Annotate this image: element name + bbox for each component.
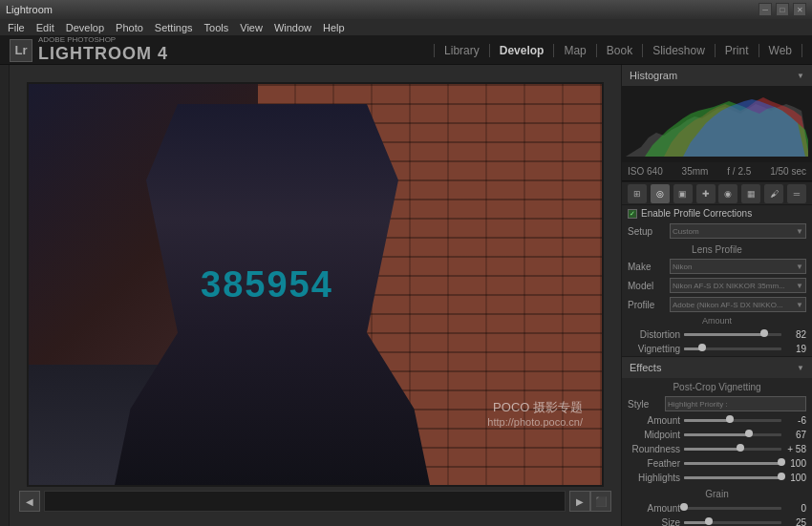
grain-size-value: 25	[785, 517, 806, 526]
module-nav: Library Develop Map Book Slideshow Print…	[434, 44, 802, 57]
highlights-fill	[684, 476, 781, 479]
lens-correction-section: ✓ Enable Profile Corrections Setup Custo…	[622, 205, 812, 357]
roundness-thumb[interactable]	[737, 444, 744, 452]
setup-row: Setup Custom ▼	[622, 221, 812, 241]
tool-red-eye[interactable]: ◉	[718, 184, 737, 203]
roundness-row: Roundness + 58	[622, 442, 812, 456]
vignetting-slider[interactable]	[684, 347, 781, 350]
grain-size-slider[interactable]	[684, 521, 781, 524]
menu-file[interactable]: File	[8, 22, 25, 33]
maximize-button[interactable]: □	[776, 3, 789, 16]
module-web[interactable]: Web	[759, 44, 802, 57]
vignetting-thumb[interactable]	[698, 344, 706, 351]
watermark-brand-name: POCO 摄影专题	[487, 399, 583, 416]
profile-label: Profile	[628, 300, 666, 310]
effects-amount-slider[interactable]	[684, 419, 781, 422]
setup-label: Setup	[628, 226, 666, 237]
roundness-slider[interactable]	[684, 448, 781, 451]
module-print[interactable]: Print	[716, 44, 759, 57]
feather-value: 100	[785, 458, 806, 469]
top-nav: Lr ADOBE PHOTOSHOP LIGHTROOM 4 Library D…	[0, 36, 812, 65]
distortion-thumb[interactable]	[760, 329, 768, 337]
highlights-row: Highlights 100	[622, 471, 812, 485]
menu-tools[interactable]: Tools	[204, 22, 229, 33]
midpoint-fill	[684, 433, 749, 436]
logo-title: LIGHTROOM 4	[38, 44, 168, 64]
amount-label: Amount	[622, 314, 812, 327]
enable-corrections-checkbox[interactable]: ✓	[628, 209, 637, 219]
menu-edit[interactable]: Edit	[36, 22, 54, 33]
feather-label: Feather	[628, 458, 680, 469]
histogram-header[interactable]: Histogram ▼	[622, 65, 812, 86]
highlights-label: Highlights	[628, 473, 680, 483]
effects-header[interactable]: Effects ▼	[622, 357, 812, 378]
setup-dropdown[interactable]: Custom ▼	[670, 223, 806, 239]
lens-profile-title: Lens Profile	[622, 241, 812, 257]
module-slideshow[interactable]: Slideshow	[643, 44, 716, 57]
profile-value: Adobe (Nikon AF-S DX NIKKO...	[673, 301, 783, 309]
grain-amount-row: Amount 0	[622, 501, 812, 515]
tool-grad[interactable]: ▦	[741, 184, 760, 203]
module-map[interactable]: Map	[554, 44, 596, 57]
style-dropdown[interactable]: Highlight Priority :	[665, 396, 806, 411]
menu-view[interactable]: View	[240, 22, 263, 33]
photo-nav-bottom: ◀ ▶ ⬛	[17, 487, 613, 514]
effects-amount-thumb[interactable]	[726, 415, 734, 423]
style-value: Highlight Priority :	[668, 400, 728, 409]
highlights-slider[interactable]	[684, 476, 781, 479]
tool-grid[interactable]: ⊞	[628, 184, 647, 203]
vignette-style-row: Style Highlight Priority :	[622, 394, 812, 413]
midpoint-slider[interactable]	[684, 433, 781, 436]
menu-bar: File Edit Develop Photo Settings Tools V…	[0, 19, 812, 36]
lr-badge: Lr	[10, 39, 32, 62]
roundness-fill	[684, 448, 740, 451]
menu-settings[interactable]: Settings	[155, 22, 193, 33]
tool-slider[interactable]: ═	[787, 184, 806, 203]
distortion-slider[interactable]	[684, 333, 781, 336]
profile-chevron-icon: ▼	[796, 301, 803, 309]
module-library[interactable]: Library	[434, 44, 490, 57]
right-panel: Histogram ▼	[621, 65, 812, 526]
model-chevron-icon: ▼	[796, 282, 803, 290]
menu-photo[interactable]: Photo	[116, 22, 143, 33]
feather-thumb[interactable]	[778, 458, 785, 466]
effects-section: Effects ▼ Post-Crop Vignetting Style Hig…	[622, 357, 812, 526]
menu-window[interactable]: Window	[274, 22, 311, 33]
expand-button[interactable]: ⬛	[590, 491, 611, 512]
midpoint-thumb[interactable]	[745, 430, 753, 437]
focal-info: 35mm	[682, 166, 709, 177]
close-button[interactable]: ✕	[793, 3, 806, 16]
minimize-button[interactable]: ─	[759, 3, 772, 16]
make-label: Make	[628, 262, 666, 272]
vignetting-value: 19	[785, 344, 806, 354]
grain-amount-slider[interactable]	[684, 507, 781, 510]
title-bar: Lightroom ─ □ ✕	[0, 0, 812, 19]
tool-crop[interactable]: ▣	[673, 184, 693, 203]
midpoint-value: 67	[785, 430, 806, 440]
distortion-label: Distortion	[628, 329, 680, 340]
menu-help[interactable]: Help	[323, 22, 345, 33]
profile-dropdown[interactable]: Adobe (Nikon AF-S DX NIKKO... ▼	[670, 297, 806, 312]
distortion-fill	[684, 333, 764, 336]
grain-size-label: Size	[628, 517, 680, 526]
nav-left-button[interactable]: ◀	[19, 491, 40, 512]
highlights-thumb[interactable]	[778, 473, 785, 480]
watermark-number: 385954	[201, 264, 333, 305]
menu-develop[interactable]: Develop	[66, 22, 104, 33]
grain-size-thumb[interactable]	[705, 517, 713, 525]
model-dropdown[interactable]: Nikon AF-S DX NIKKOR 35mm... ▼	[670, 278, 806, 293]
tool-brush[interactable]: 🖌	[764, 184, 783, 203]
module-book[interactable]: Book	[597, 44, 643, 57]
histogram-area	[622, 86, 812, 162]
tool-heal[interactable]: ✚	[696, 184, 716, 203]
histogram-triangle-icon: ▼	[797, 72, 804, 80]
grain-amount-thumb[interactable]	[680, 503, 688, 511]
module-develop[interactable]: Develop	[490, 44, 555, 57]
effects-triangle-icon: ▼	[797, 364, 804, 372]
profile-row: Profile Adobe (Nikon AF-S DX NIKKO... ▼	[622, 295, 812, 314]
nav-right-button[interactable]: ▶	[569, 491, 590, 512]
make-dropdown[interactable]: Nikon ▼	[670, 259, 806, 274]
feather-slider[interactable]	[684, 462, 781, 465]
filmstrip-scroll[interactable]	[44, 491, 566, 512]
tool-circle[interactable]: ◎	[651, 184, 670, 203]
